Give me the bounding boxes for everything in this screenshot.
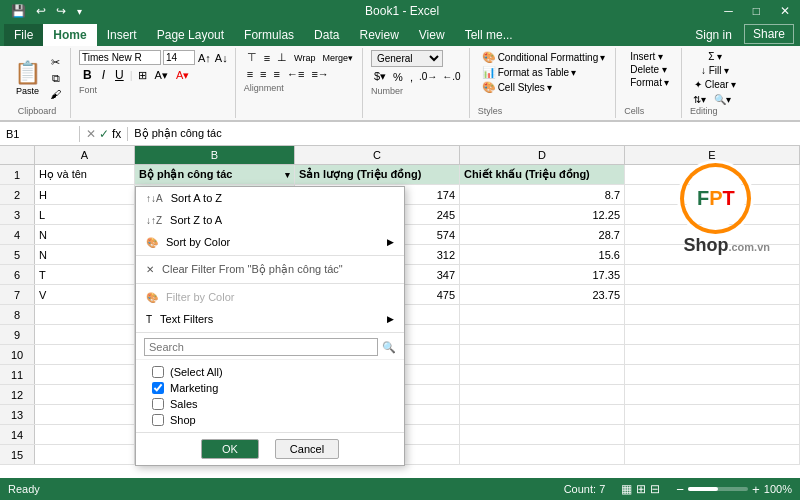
insert-btn[interactable]: Insert ▾: [624, 50, 675, 63]
tab-formulas[interactable]: Formulas: [234, 24, 304, 46]
italic-btn[interactable]: I: [98, 67, 109, 83]
cell-d12[interactable]: [460, 385, 625, 404]
col-header-a[interactable]: A: [35, 146, 135, 164]
cell-a6[interactable]: T: [35, 265, 135, 284]
copy-btn[interactable]: ⧉: [47, 71, 64, 86]
redo-qat-btn[interactable]: ↪: [53, 3, 69, 19]
cell-a7[interactable]: V: [35, 285, 135, 304]
cell-d7[interactable]: 23.75: [460, 285, 625, 304]
comma2-btn[interactable]: ,: [407, 69, 416, 84]
row-header-11[interactable]: 11: [0, 365, 35, 384]
tab-page-layout[interactable]: Page Layout: [147, 24, 234, 46]
cell-d15[interactable]: [460, 445, 625, 464]
cell-d8[interactable]: [460, 305, 625, 324]
save-qat-btn[interactable]: 💾: [8, 3, 29, 19]
align-middle-btn[interactable]: ≡: [261, 50, 273, 65]
cell-e8[interactable]: [625, 305, 800, 324]
cell-a3[interactable]: L: [35, 205, 135, 224]
cell-a12[interactable]: [35, 385, 135, 404]
tab-review[interactable]: Review: [349, 24, 408, 46]
cell-styles-btn[interactable]: 🎨 Cell Styles ▾: [478, 80, 610, 95]
undo-qat-btn[interactable]: ↩: [33, 3, 49, 19]
checkbox-marketing[interactable]: [152, 382, 164, 394]
tab-data[interactable]: Data: [304, 24, 349, 46]
cell-d13[interactable]: [460, 405, 625, 424]
row-header-9[interactable]: 9: [0, 325, 35, 344]
cell-a1[interactable]: Họ và tên: [35, 165, 135, 184]
col-header-d[interactable]: D: [460, 146, 625, 164]
col-header-e[interactable]: E: [625, 146, 800, 164]
align-bottom-btn[interactable]: ⊥: [274, 50, 290, 65]
cell-e6[interactable]: [625, 265, 800, 284]
sort-by-color-item[interactable]: 🎨 Sort by Color ▶: [136, 231, 404, 253]
row-header-7[interactable]: 7: [0, 285, 35, 304]
cell-d10[interactable]: [460, 345, 625, 364]
row-header-13[interactable]: 13: [0, 405, 35, 424]
check-select-all[interactable]: (Select All): [136, 364, 404, 380]
name-box[interactable]: B1: [0, 126, 80, 142]
cell-e7[interactable]: [625, 285, 800, 304]
filter-cancel-btn[interactable]: Cancel: [275, 439, 339, 459]
conditional-formatting-btn[interactable]: 🎨 Conditional Formatting ▾: [478, 50, 610, 65]
row-header-8[interactable]: 8: [0, 305, 35, 324]
filter-ok-btn[interactable]: OK: [201, 439, 259, 459]
font-color-btn[interactable]: A▾: [173, 68, 192, 83]
fill-btn[interactable]: ↓ Fill ▾: [690, 64, 740, 77]
page-break-view-btn[interactable]: ⊟: [650, 482, 660, 496]
row-header-12[interactable]: 12: [0, 385, 35, 404]
dec-dec-btn[interactable]: .0→: [417, 69, 439, 84]
col-header-c[interactable]: C: [295, 146, 460, 164]
cell-d1[interactable]: Chiết khấu (Triệu đồng): [460, 165, 625, 184]
row-header-2[interactable]: 2: [0, 185, 35, 204]
restore-btn[interactable]: □: [743, 2, 770, 20]
align-center-btn[interactable]: ≡: [257, 67, 269, 81]
indent-inc-btn[interactable]: ≡→: [308, 67, 331, 81]
cell-d4[interactable]: 28.7: [460, 225, 625, 244]
checkbox-sales[interactable]: [152, 398, 164, 410]
row-header-4[interactable]: 4: [0, 225, 35, 244]
autosum-btn[interactable]: Σ ▾: [690, 50, 740, 63]
format-btn[interactable]: Format ▾: [624, 76, 675, 89]
cut-btn[interactable]: ✂: [47, 55, 64, 70]
percent-btn[interactable]: $▾: [371, 69, 389, 84]
cell-d5[interactable]: 15.6: [460, 245, 625, 264]
filter-dropdown-btn[interactable]: ▾: [285, 170, 290, 180]
merge-btn[interactable]: Merge▾: [319, 50, 356, 65]
row-header-1[interactable]: 1: [0, 165, 35, 184]
format-painter-btn[interactable]: 🖌: [47, 87, 64, 101]
row-header-6[interactable]: 6: [0, 265, 35, 284]
row-header-10[interactable]: 10: [0, 345, 35, 364]
font-size-input[interactable]: [163, 50, 195, 65]
align-top-btn[interactable]: ⊤: [244, 50, 260, 65]
font-name-input[interactable]: [79, 50, 161, 65]
tab-home[interactable]: Home: [43, 24, 96, 46]
clear-filter-item[interactable]: ✕ Clear Filter From "Bộ phận công tác": [136, 258, 404, 281]
checkbox-shop[interactable]: [152, 414, 164, 426]
bold-btn[interactable]: B: [79, 67, 96, 83]
cell-e9[interactable]: [625, 325, 800, 344]
cancel-formula-btn[interactable]: ✕: [86, 127, 96, 141]
confirm-formula-btn[interactable]: ✓: [99, 127, 109, 141]
cell-a4[interactable]: N: [35, 225, 135, 244]
check-shop[interactable]: Shop: [136, 412, 404, 428]
wrap-text-btn[interactable]: Wrap: [291, 50, 318, 65]
cell-e11[interactable]: [625, 365, 800, 384]
border-btn[interactable]: ⊞: [135, 68, 150, 83]
cell-e14[interactable]: [625, 425, 800, 444]
insert-function-btn[interactable]: fx: [112, 127, 121, 141]
check-sales[interactable]: Sales: [136, 396, 404, 412]
tab-file[interactable]: File: [4, 24, 43, 46]
cell-a2[interactable]: H: [35, 185, 135, 204]
inc-dec-btn[interactable]: ←.0: [440, 69, 462, 84]
cell-e12[interactable]: [625, 385, 800, 404]
align-right-btn[interactable]: ≡: [271, 67, 283, 81]
signin-btn[interactable]: Sign in: [685, 24, 742, 46]
cell-b1[interactable]: Bộ phận công tác ▾: [135, 165, 295, 184]
text-filters-item[interactable]: T Text Filters ▶: [136, 308, 404, 330]
cell-a5[interactable]: N: [35, 245, 135, 264]
share-btn[interactable]: Share: [744, 24, 794, 44]
find-select-btn[interactable]: 🔍▾: [711, 93, 734, 106]
comma-btn[interactable]: %: [390, 69, 406, 84]
cell-a15[interactable]: [35, 445, 135, 464]
cell-d11[interactable]: [460, 365, 625, 384]
